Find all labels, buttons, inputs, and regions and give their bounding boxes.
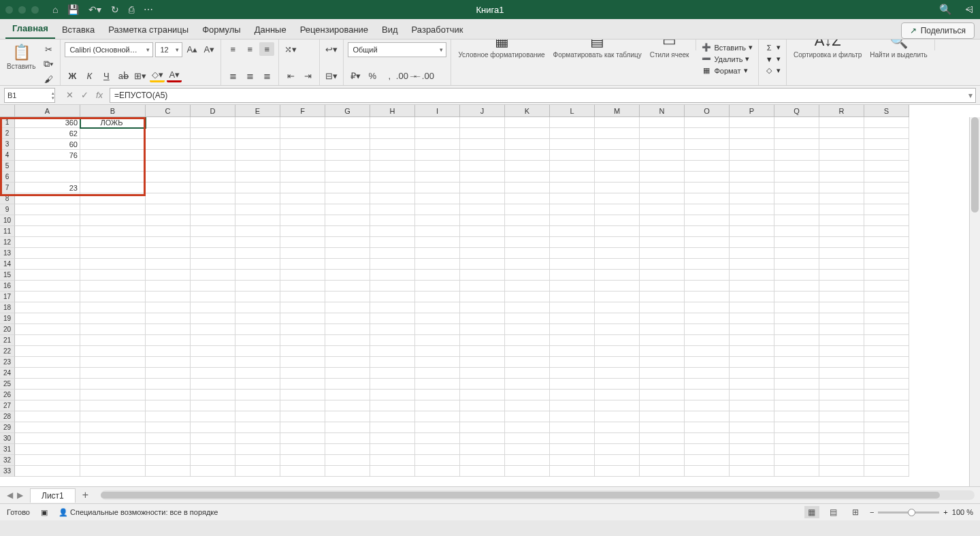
cell-S26[interactable] — [864, 390, 909, 400]
cell-A9[interactable] — [15, 204, 80, 215]
row-header-10[interactable]: 10 — [0, 215, 15, 226]
cell-H9[interactable] — [370, 204, 415, 215]
cell-D26[interactable] — [191, 390, 235, 400]
cell-N10[interactable] — [640, 215, 685, 226]
decrease-font-icon[interactable]: A▾ — [201, 42, 216, 56]
cell-B7[interactable] — [80, 183, 146, 193]
cell-Q26[interactable] — [774, 390, 819, 400]
cell-L14[interactable] — [550, 259, 595, 270]
cell-B24[interactable] — [80, 368, 146, 379]
row-header-26[interactable]: 26 — [0, 390, 15, 400]
cell-P31[interactable] — [730, 444, 774, 455]
cell-N23[interactable] — [640, 357, 685, 368]
cell-G18[interactable] — [325, 302, 370, 313]
cell-L12[interactable] — [550, 237, 595, 248]
column-header-L[interactable]: L — [550, 105, 595, 117]
cell-F11[interactable] — [280, 226, 325, 237]
cell-M27[interactable] — [595, 400, 640, 411]
cell-J9[interactable] — [460, 204, 505, 215]
cell-C31[interactable] — [146, 444, 191, 455]
row-header-29[interactable]: 29 — [0, 422, 15, 433]
cell-Q15[interactable] — [774, 270, 819, 281]
cell-N31[interactable] — [640, 444, 685, 455]
cell-H26[interactable] — [370, 390, 415, 400]
clear-button[interactable]: ◇▾ — [763, 65, 782, 76]
cell-K21[interactable] — [505, 335, 550, 346]
cell-I8[interactable] — [415, 193, 460, 204]
cell-A16[interactable] — [15, 281, 80, 291]
cell-N20[interactable] — [640, 324, 685, 335]
cell-J33[interactable] — [460, 466, 505, 477]
cell-C5[interactable] — [146, 161, 191, 172]
cell-L25[interactable] — [550, 379, 595, 390]
cell-I11[interactable] — [415, 226, 460, 237]
cell-D2[interactable] — [191, 128, 235, 139]
cell-I12[interactable] — [415, 237, 460, 248]
cell-O23[interactable] — [685, 357, 730, 368]
cell-P12[interactable] — [730, 237, 774, 248]
cell-D25[interactable] — [191, 379, 235, 390]
cell-R27[interactable] — [819, 400, 864, 411]
cell-P3[interactable] — [730, 139, 774, 150]
cell-H3[interactable] — [370, 139, 415, 150]
cell-A26[interactable] — [15, 390, 80, 400]
cell-Q1[interactable] — [774, 117, 819, 128]
cell-P17[interactable] — [730, 291, 774, 302]
cell-H27[interactable] — [370, 400, 415, 411]
cell-F16[interactable] — [280, 281, 325, 291]
cell-M12[interactable] — [595, 237, 640, 248]
cell-L13[interactable] — [550, 248, 595, 259]
cell-O15[interactable] — [685, 270, 730, 281]
cell-R15[interactable] — [819, 270, 864, 281]
cell-S10[interactable] — [864, 215, 909, 226]
row-header-6[interactable]: 6 — [0, 172, 15, 183]
cell-G21[interactable] — [325, 335, 370, 346]
cell-C24[interactable] — [146, 368, 191, 379]
cell-I19[interactable] — [415, 313, 460, 324]
cell-A1[interactable]: 360 — [15, 117, 80, 128]
row-header-23[interactable]: 23 — [0, 357, 15, 368]
cell-S20[interactable] — [864, 324, 909, 335]
cell-B33[interactable] — [80, 466, 146, 477]
cell-H22[interactable] — [370, 346, 415, 357]
cell-J6[interactable] — [460, 172, 505, 183]
cell-D4[interactable] — [191, 150, 235, 161]
cell-R13[interactable] — [819, 248, 864, 259]
cell-B15[interactable] — [80, 270, 146, 281]
cell-E7[interactable] — [235, 183, 280, 193]
cell-B8[interactable] — [80, 193, 146, 204]
cell-I5[interactable] — [415, 161, 460, 172]
cell-K26[interactable] — [505, 390, 550, 400]
cell-F27[interactable] — [280, 400, 325, 411]
cell-O6[interactable] — [685, 172, 730, 183]
cell-S25[interactable] — [864, 379, 909, 390]
cell-M32[interactable] — [595, 455, 640, 466]
cell-K20[interactable] — [505, 324, 550, 335]
row-header-19[interactable]: 19 — [0, 313, 15, 324]
cell-O20[interactable] — [685, 324, 730, 335]
cell-R28[interactable] — [819, 411, 864, 422]
cell-B11[interactable] — [80, 226, 146, 237]
cell-D17[interactable] — [191, 291, 235, 302]
cell-M26[interactable] — [595, 390, 640, 400]
cell-K27[interactable] — [505, 400, 550, 411]
cell-R4[interactable] — [819, 150, 864, 161]
cell-F18[interactable] — [280, 302, 325, 313]
cell-S8[interactable] — [864, 193, 909, 204]
row-header-24[interactable]: 24 — [0, 368, 15, 379]
cell-O9[interactable] — [685, 204, 730, 215]
cell-N13[interactable] — [640, 248, 685, 259]
cell-F28[interactable] — [280, 411, 325, 422]
cell-F3[interactable] — [280, 139, 325, 150]
cell-J10[interactable] — [460, 215, 505, 226]
row-header-7[interactable]: 7 — [0, 183, 15, 193]
cell-C25[interactable] — [146, 379, 191, 390]
cell-G22[interactable] — [325, 346, 370, 357]
cell-K29[interactable] — [505, 422, 550, 433]
tab-view[interactable]: Вид — [375, 22, 405, 39]
cell-B14[interactable] — [80, 259, 146, 270]
font-size-dropdown[interactable]: 12 — [155, 42, 182, 57]
bold-button[interactable]: Ж — [65, 69, 80, 82]
cell-B22[interactable] — [80, 346, 146, 357]
cell-M13[interactable] — [595, 248, 640, 259]
